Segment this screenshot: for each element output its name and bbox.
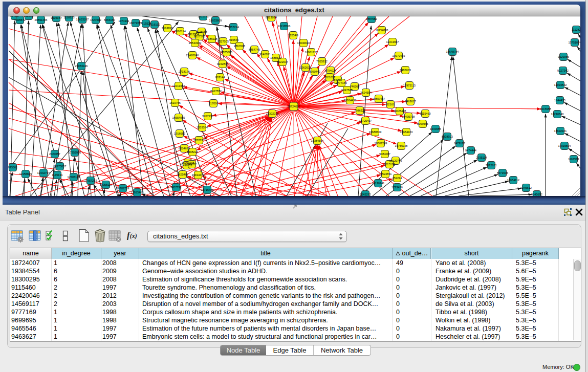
svg-text:10653287: 10653287 [76, 18, 89, 21]
svg-text:7632621: 7632621 [486, 164, 497, 167]
svg-text:10807487: 10807487 [373, 97, 385, 100]
svg-text:7163822: 7163822 [162, 27, 173, 30]
svg-text:10961758: 10961758 [305, 51, 318, 54]
svg-text:12213382: 12213382 [172, 84, 185, 87]
svg-text:17016504: 17016504 [558, 144, 571, 147]
svg-text:9084067: 9084067 [379, 152, 390, 156]
svg-text:2020657: 2020657 [49, 152, 60, 156]
svg-text:10973493: 10973493 [393, 54, 405, 57]
svg-text:5226058: 5226058 [196, 30, 207, 33]
svg-text:18807249: 18807249 [375, 142, 387, 145]
svg-text:5878332: 5878332 [193, 139, 205, 142]
svg-text:9227342: 9227342 [557, 69, 569, 72]
svg-text:16782759: 16782759 [117, 187, 129, 190]
svg-text:15716485: 15716485 [201, 188, 214, 191]
svg-text:3215958: 3215958 [540, 107, 551, 111]
svg-text:19384554: 19384554 [311, 139, 324, 142]
svg-text:8427552: 8427552 [210, 90, 222, 93]
svg-text:1916682: 1916682 [174, 132, 185, 135]
svg-text:16120746: 16120746 [389, 159, 402, 162]
svg-text:1244415: 1244415 [554, 99, 565, 102]
svg-text:3624554: 3624554 [360, 91, 372, 94]
svg-text:15751074: 15751074 [569, 41, 580, 44]
svg-text:8990443: 8990443 [309, 70, 320, 73]
svg-text:835061: 835061 [8, 166, 17, 169]
svg-text:1733426: 1733426 [391, 186, 403, 189]
svg-text:7485003: 7485003 [400, 69, 411, 72]
svg-text:16033809: 16033809 [209, 19, 222, 22]
svg-text:12218506: 12218506 [278, 25, 291, 28]
svg-text:1640955: 1640955 [430, 127, 441, 130]
svg-text:1362615: 1362615 [300, 66, 311, 69]
svg-text:1071911: 1071911 [118, 19, 129, 23]
svg-text:10654112: 10654112 [507, 179, 519, 182]
svg-text:7986322: 7986322 [354, 109, 365, 112]
svg-text:15692921: 15692921 [554, 129, 567, 133]
svg-text:18495758: 18495758 [402, 115, 415, 118]
svg-text:2718176: 2718176 [179, 70, 190, 73]
svg-text:6479197: 6479197 [454, 142, 465, 145]
svg-text:12342737: 12342737 [37, 171, 50, 174]
svg-text:17359936: 17359936 [69, 151, 81, 154]
svg-text:1615132: 1615132 [384, 163, 395, 166]
svg-text:8454749: 8454749 [249, 48, 260, 51]
svg-text:6794024: 6794024 [325, 69, 336, 72]
svg-text:2887682: 2887682 [366, 17, 377, 20]
svg-text:22420046: 22420046 [186, 54, 199, 57]
svg-text:9457791: 9457791 [170, 186, 182, 189]
svg-text:10958117: 10958117 [100, 183, 112, 186]
svg-text:10543382: 10543382 [189, 41, 202, 45]
svg-text:803144: 803144 [215, 76, 225, 79]
svg-text:9474444: 9474444 [465, 149, 476, 152]
svg-text:13524851: 13524851 [379, 172, 392, 176]
svg-text:252214: 252214 [393, 177, 402, 180]
svg-text:104637: 104637 [10, 16, 20, 17]
svg-text:16640910: 16640910 [297, 41, 310, 45]
svg-text:9245282: 9245282 [360, 193, 371, 196]
svg-text:20891406: 20891406 [35, 18, 48, 21]
svg-text:7955812: 7955812 [316, 60, 328, 63]
svg-text:1610755: 1610755 [169, 101, 181, 104]
svg-text:9242848: 9242848 [217, 62, 228, 65]
svg-text:12975115: 12975115 [403, 84, 416, 87]
svg-text:111282: 111282 [572, 28, 580, 31]
svg-text:2935114: 2935114 [476, 156, 487, 159]
svg-text:16654985: 16654985 [172, 116, 185, 119]
svg-text:9245612: 9245612 [520, 186, 532, 189]
svg-text:3267130: 3267130 [202, 115, 213, 118]
svg-text:317006: 317006 [209, 102, 219, 105]
svg-text:8186328: 8186328 [206, 37, 217, 40]
svg-text:8471636: 8471636 [497, 171, 508, 174]
svg-text:8938923: 8938923 [442, 135, 453, 138]
svg-text:12923468: 12923468 [131, 191, 144, 194]
svg-text:9329966: 9329966 [558, 55, 569, 58]
svg-text:9327505: 9327505 [217, 40, 229, 43]
svg-text:1405572: 1405572 [14, 18, 26, 21]
svg-text:13254l9: 13254l9 [288, 34, 298, 37]
svg-text:149822: 149822 [187, 163, 197, 166]
svg-text:2867608: 2867608 [234, 45, 245, 48]
svg-text:12213967: 12213967 [386, 40, 399, 43]
svg-text:6466160: 6466160 [104, 18, 115, 21]
svg-text:23302035: 23302035 [266, 112, 279, 115]
svg-text:15720407: 15720407 [359, 119, 372, 122]
svg-text:10025438: 10025438 [394, 110, 406, 113]
svg-text:12505135: 12505135 [68, 176, 80, 179]
svg-text:14136141: 14136141 [372, 182, 385, 185]
svg-text:1353594: 1353594 [197, 126, 208, 129]
svg-text:746266: 746266 [350, 85, 360, 88]
svg-text:9146821: 9146821 [259, 53, 271, 56]
svg-text:1588520: 1588520 [270, 56, 281, 59]
svg-text:19756928: 19756928 [395, 144, 408, 147]
svg-text:1167533: 1167533 [568, 158, 579, 161]
svg-text:1145131: 1145131 [52, 173, 62, 177]
svg-text:3875685: 3875685 [221, 51, 232, 54]
svg-text:20364436: 20364436 [344, 99, 357, 102]
svg-text:16654923: 16654923 [400, 130, 413, 134]
svg-text:6004678: 6004678 [179, 147, 190, 150]
svg-text:13975857: 13975857 [54, 165, 67, 168]
svg-text:9127505: 9127505 [194, 35, 205, 38]
svg-text:1605332: 1605332 [198, 16, 209, 18]
svg-text:212905: 212905 [24, 16, 34, 17]
svg-text:916546: 916546 [229, 38, 239, 41]
